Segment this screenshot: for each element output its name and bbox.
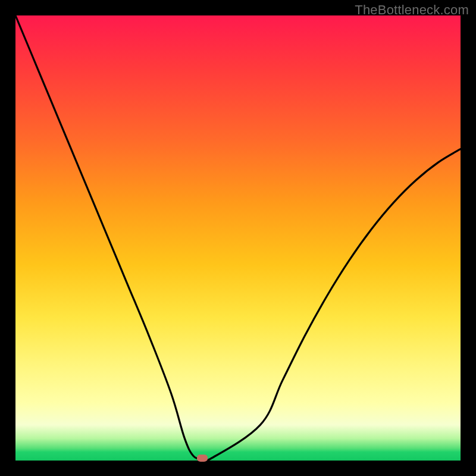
- chart-frame: TheBottleneck.com: [0, 0, 476, 476]
- bottleneck-curve: [15, 15, 461, 461]
- optimal-point-marker: [197, 455, 208, 462]
- plot-area: [15, 15, 461, 461]
